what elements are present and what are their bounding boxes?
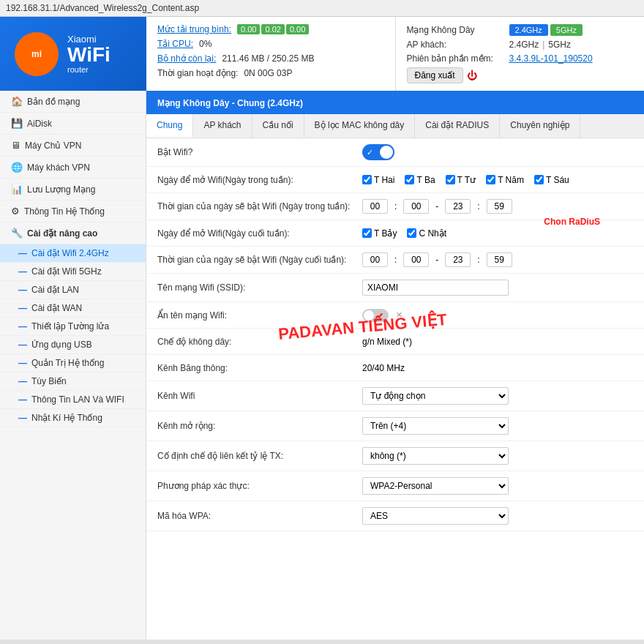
sidebar-sub-label: Cài đặt WAN [31, 303, 82, 313]
sidebar-item-admin[interactable]: — Quản Trị Hệ thống [0, 354, 146, 372]
form-row-weekdays: Ngày để mở Wifi(Ngày trong tuần): T Hai … [146, 167, 644, 193]
freq-24-btn[interactable]: 2.4GHz [509, 24, 548, 36]
dash-icon: — [18, 340, 27, 350]
uptime-label: Thời gian hoạt động: [157, 68, 238, 78]
sidebar-item-traffic[interactable]: 📊 Lưu Lượng Mạng [0, 179, 146, 201]
wireless-row: Mạng Không Dây 2.4GHz 5GHz [407, 24, 634, 36]
tab-chung[interactable]: Chung [146, 114, 193, 138]
wifi-channel-select[interactable]: Tự động chọn [362, 387, 509, 405]
sidebar-item-vpn-client[interactable]: 🌐 Máy khách VPN [0, 157, 146, 179]
check-t-bay[interactable]: T Bảy [362, 228, 397, 239]
tab-mac-filter[interactable]: Bộ lọc MAC không dây [304, 114, 416, 138]
sidebar-item-advanced[interactable]: 🔧 Cài đặt nâng cao [0, 222, 146, 244]
dash-icon: — [18, 248, 27, 258]
tx-rate-select[interactable]: không (*) [362, 447, 509, 465]
tab-pro[interactable]: Chuyên nghiệp [500, 114, 580, 138]
power-icon[interactable]: ⏻ [467, 70, 477, 81]
sidebar-item-wan[interactable]: — Cài đặt WAN [0, 299, 146, 318]
network-panel: Mạng Không Dây 2.4GHz 5GHz AP khách: 2.4… [395, 17, 645, 91]
sidebar-item-syslog[interactable]: — Nhật Kí Hệ Thống [0, 409, 146, 427]
sidebar: 🏠 Bản đồ mạng 💾 AiDisk 🖥 Máy Chủ VPN 🌐 M… [0, 91, 146, 640]
brand-text: Xiaomi WiFi router [67, 34, 111, 74]
memory-row: Bộ nhớ còn lại: 211.46 MB / 250.25 MB [157, 53, 384, 64]
form-row-wifi-channel: Kênh Wifi Tự động chọn [146, 381, 644, 411]
dash-icon: — [18, 266, 27, 277]
dash-icon: — [18, 358, 27, 368]
mi-logo: mi [15, 32, 59, 76]
check-t-tu[interactable]: T Tư [446, 175, 476, 185]
check-c-nhat[interactable]: C Nhật [407, 228, 446, 239]
ap-24-val: 2.4GHz [509, 40, 539, 50]
tab-cau-noi[interactable]: Cầu nối [252, 114, 304, 138]
sidebar-item-wifi5[interactable]: — Cài đặt Wifi 5GHz [0, 263, 146, 281]
time-weekend-from-m[interactable] [403, 252, 429, 267]
check-t-ba[interactable]: T Ba [405, 175, 435, 185]
tab-radius[interactable]: Cài đặt RADIUS [415, 114, 500, 138]
memory-value: 211.46 MB / 250.25 MB [222, 53, 314, 64]
sidebar-item-vpn-server[interactable]: 🖥 Máy Chủ VPN [0, 135, 146, 157]
firmware-row: Phiên bản phần mềm: 3.4.3.9L-101_190520 [407, 53, 634, 64]
dash-icon: — [18, 376, 27, 386]
ap-label: AP khách: [407, 40, 509, 50]
cpu-label[interactable]: Tải CPU: [157, 39, 193, 49]
tab-bar: Chung AP khách Cầu nối Bộ lọc MAC không … [146, 114, 644, 138]
sidebar-item-firewall[interactable]: — Thiết lập Tường lửa [0, 318, 146, 336]
ssid-input[interactable] [362, 280, 509, 296]
sidebar-item-usb[interactable]: — Ứng dụng USB [0, 336, 146, 354]
time-weekday-to-h[interactable] [445, 199, 471, 214]
ext-channel-select[interactable]: Trên (+4) [362, 417, 509, 435]
sidebar-label: Máy khách VPN [27, 162, 90, 173]
sidebar-item-custom[interactable]: — Tùy Biến [0, 372, 146, 391]
wifi-toggle[interactable]: ✓ [362, 144, 394, 160]
form-row-ssid: Tên mạng Wifi (SSID): [146, 274, 644, 302]
sidebar-sub-label: Tùy Biến [31, 376, 67, 386]
firmware-value[interactable]: 3.4.3.9L-101_190520 [509, 53, 593, 64]
time-weekend-to-m[interactable] [487, 252, 512, 267]
check-t-hai[interactable]: T Hai [362, 175, 394, 185]
sidebar-item-aidisk[interactable]: 💾 AiDisk [0, 113, 146, 135]
sidebar-item-lan-wifi-info[interactable]: — Thông Tin LAN Và WIFI [0, 391, 146, 409]
logo-area: mi Xiaomi WiFi router [0, 17, 146, 91]
wpa-encryption-select[interactable]: AES [362, 507, 509, 525]
sidebar-item-wifi24[interactable]: — Cài đặt Wifi 2.4GHz [0, 244, 146, 263]
wireless-mode-value: g/n Mixed (*) [362, 337, 412, 347]
time-weekday-to-m[interactable] [487, 199, 512, 214]
form-row-ext-channel: Kênh mở rộng: Trên (+4) [146, 411, 644, 441]
bandwidth-value: 20/40 MHz [362, 363, 405, 373]
uptime-value: 0N 00G 03P [244, 68, 292, 78]
tab-ap[interactable]: AP khách [193, 114, 252, 138]
check-t-sau[interactable]: T Sáu [534, 175, 569, 185]
home-icon: 🏠 [11, 96, 23, 107]
time-weekend-from-h[interactable] [362, 252, 388, 267]
header: mi Xiaomi WiFi router Mức tải trung bình… [0, 17, 644, 91]
ap-5-val: 5GHz [548, 40, 571, 50]
form-row-wireless-mode: Chế độ không dây: g/n Mixed (*) PADAVAN … [146, 329, 644, 355]
auth-select[interactable]: WPA2-Personal [362, 477, 509, 495]
load-badge-2: 0.02 [261, 24, 284, 34]
sidebar-sub-label: Thông Tin LAN Và WIFI [31, 394, 124, 405]
freq-5-btn[interactable]: 5GHz [550, 24, 583, 36]
dash-icon: — [18, 285, 27, 295]
main-layout: 🏠 Bản đồ mạng 💾 AiDisk 🖥 Máy Chủ VPN 🌐 M… [0, 91, 644, 640]
time-weekday-from-h[interactable] [362, 199, 388, 214]
content-area: Mạng Không Dây - Chung (2.4GHz) Chung AP… [146, 91, 644, 640]
sidebar-label: Cài đặt nâng cao [27, 228, 97, 239]
time-weekday-from-m[interactable] [403, 199, 429, 214]
sidebar-item-bandodang[interactable]: 🏠 Bản đồ mạng [0, 91, 146, 113]
memory-label[interactable]: Bộ nhớ còn lại: [157, 53, 216, 64]
sidebar-sub-label: Cài đặt LAN [31, 285, 79, 295]
check-t-nam[interactable]: T Năm [486, 175, 524, 185]
form-row-hide-ssid: Ẩn tên mạng Wifi: ✕ [146, 302, 644, 329]
cpu-value: 0% [199, 39, 211, 49]
dash-icon: — [18, 303, 27, 313]
dash-icon: — [18, 413, 27, 423]
content-title: Mạng Không Dây - Chung (2.4GHz) [146, 91, 644, 114]
time-weekend-to-h[interactable] [445, 252, 471, 267]
uptime-row: Thời gian hoạt động: 0N 00G 03P [157, 68, 384, 78]
hide-ssid-toggle[interactable] [362, 309, 389, 322]
logout-button[interactable]: Đăng xuất [407, 67, 463, 83]
sidebar-item-lan[interactable]: — Cài đặt LAN [0, 281, 146, 299]
wrench-icon: 🔧 [11, 228, 23, 239]
form-row-wifi-toggle: Bật Wifi? ✓ [146, 138, 644, 167]
sidebar-item-sysinfo[interactable]: ⚙ Thông Tin Hệ Thống [0, 201, 146, 222]
